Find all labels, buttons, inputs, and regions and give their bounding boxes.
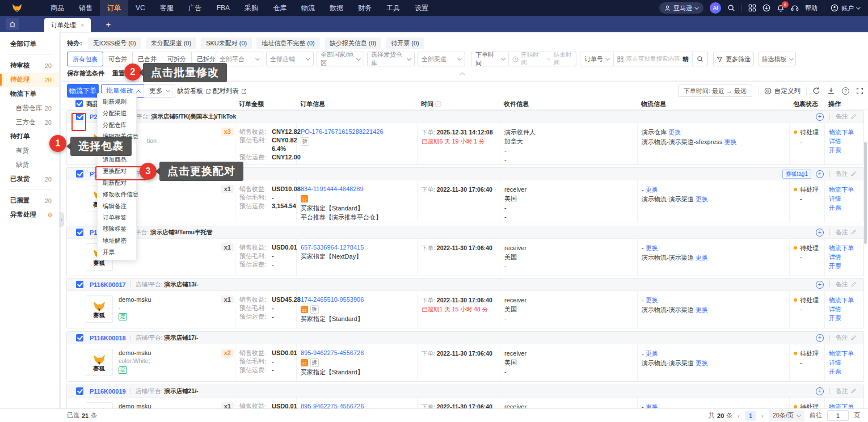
- notifications-bell-icon[interactable]: 6: [777, 4, 785, 12]
- remark-button[interactable]: 备注: [836, 112, 857, 121]
- shortage-board-link[interactable]: 缺货看板: [177, 87, 211, 95]
- logistics-order-button[interactable]: 物流下单: [67, 84, 99, 98]
- filter-select-全部渠道[interactable]: 全部渠道: [418, 52, 465, 66]
- order-number-link[interactable]: PO-176-17671615288221426: [301, 128, 420, 136]
- add-tag-button[interactable]: +: [816, 334, 824, 342]
- remark-button[interactable]: 备注: [836, 228, 857, 237]
- sidebar-item-三方仓[interactable]: 三方仓20: [0, 115, 59, 129]
- nav-item-客服[interactable]: 客服: [153, 0, 181, 16]
- platform-switcher[interactable]: 亚马逊: [659, 2, 703, 14]
- nav-item-仓库[interactable]: 仓库: [266, 0, 294, 16]
- change-link[interactable]: 更换: [646, 244, 658, 251]
- nav-item-工具[interactable]: 工具: [379, 0, 407, 16]
- reset-filter-button[interactable]: 重置: [112, 69, 125, 78]
- remark-button[interactable]: 备注: [836, 334, 857, 342]
- change-link[interactable]: 更换: [696, 306, 708, 313]
- search-field-select[interactable]: 订单号: [580, 55, 613, 64]
- goto-page-input[interactable]: 1: [827, 410, 849, 421]
- search-input[interactable]: 双击可批量搜索内容: [626, 55, 682, 63]
- row-checkbox[interactable]: [76, 113, 83, 120]
- row-checkbox[interactable]: [76, 170, 83, 178]
- change-link[interactable]: 更换: [724, 138, 736, 145]
- change-link[interactable]: 更换: [696, 196, 708, 202]
- remark-button[interactable]: 备注: [836, 170, 857, 178]
- sidebar-item-已搁置[interactable]: 已搁置20: [0, 193, 59, 208]
- todo-chip[interactable]: 缺少报关信息 (0): [325, 37, 382, 49]
- todo-chip[interactable]: 未分配渠道 (0): [146, 37, 197, 49]
- action-link-详情[interactable]: 详情: [829, 194, 862, 203]
- menu-item-分配渠道[interactable]: 分配渠道: [98, 107, 136, 119]
- action-link-物流下单[interactable]: 物流下单: [829, 243, 862, 252]
- menu-item-地址解密[interactable]: 地址解密: [98, 235, 136, 246]
- tab-order-processing[interactable]: 订单处理 ×: [44, 18, 91, 32]
- action-link-开票[interactable]: 开票: [829, 314, 862, 323]
- headset-support-icon[interactable]: [791, 4, 799, 12]
- nav-item-财务[interactable]: 财务: [351, 0, 379, 16]
- nav-item-采购[interactable]: 采购: [237, 0, 266, 16]
- help-link[interactable]: 帮助: [805, 4, 818, 12]
- package-id-link[interactable]: P116K00018: [90, 335, 126, 341]
- help-circle-icon[interactable]: ?: [842, 87, 849, 95]
- close-icon[interactable]: ×: [81, 22, 84, 28]
- todo-chip[interactable]: SKU未配对 (0): [201, 37, 252, 49]
- menu-item-订单标签[interactable]: 订单标签: [98, 212, 136, 223]
- next-page-button[interactable]: ›: [761, 412, 764, 419]
- action-link-详情[interactable]: 详情: [829, 252, 862, 261]
- add-tag-button[interactable]: +: [816, 281, 824, 289]
- sidebar-item-待审核[interactable]: 待审核20: [0, 58, 59, 73]
- change-link[interactable]: 更换: [646, 297, 658, 303]
- sidebar-item-已发货[interactable]: 已发货20: [0, 172, 59, 186]
- nav-item-广告[interactable]: 广告: [181, 0, 209, 16]
- action-link-物流下单[interactable]: 物流下单: [829, 296, 862, 305]
- menu-item-分配仓库[interactable]: 分配仓库: [98, 119, 136, 130]
- change-link[interactable]: 更换: [696, 254, 708, 261]
- refresh-icon[interactable]: [812, 87, 820, 95]
- menu-item-刷新规则[interactable]: 刷新规则: [98, 96, 136, 107]
- row-checkbox[interactable]: [76, 334, 83, 341]
- add-tag-button[interactable]: +: [816, 229, 824, 237]
- todo-chip[interactable]: 待开票 (0): [386, 37, 424, 49]
- action-link-开票[interactable]: 开票: [829, 367, 862, 376]
- import-icon[interactable]: [762, 4, 770, 12]
- apps-grid-icon[interactable]: [748, 4, 756, 12]
- package-id-link[interactable]: P116K00017: [90, 281, 126, 288]
- action-link-物流下单[interactable]: 物流下单: [829, 185, 862, 194]
- order-number-link[interactable]: 174-2465510-9553906: [301, 296, 420, 304]
- vertical-scrollbar-thumb[interactable]: [864, 142, 867, 244]
- menu-item-更换配对[interactable]: 更换配对: [98, 165, 136, 176]
- remark-button[interactable]: 备注: [836, 280, 857, 289]
- account-menu[interactable]: 账户: [831, 4, 860, 12]
- add-tag-button[interactable]: +: [816, 113, 824, 121]
- row-checkbox[interactable]: [76, 281, 83, 288]
- action-link-开票[interactable]: 开票: [829, 261, 862, 271]
- customize-columns-button[interactable]: 自定义列: [764, 87, 800, 95]
- search-icon[interactable]: [727, 4, 735, 12]
- precise-search-toggle[interactable]: 精: [682, 55, 689, 64]
- menu-item-编辑备注[interactable]: 编辑备注: [98, 200, 136, 212]
- page-size-select[interactable]: 20条/页: [769, 410, 804, 421]
- nav-item-设置[interactable]: 设置: [407, 0, 436, 16]
- sidebar-item-异常处理[interactable]: 异常处理0: [0, 208, 59, 222]
- filter-select-全部店铺[interactable]: 全部店铺: [266, 52, 314, 66]
- todo-chip[interactable]: 地址信息不完整 (0): [256, 37, 320, 49]
- row-checkbox[interactable]: [76, 229, 83, 236]
- nav-item-销售[interactable]: 销售: [71, 0, 100, 16]
- action-link-物流下单[interactable]: 物流下单: [829, 128, 862, 137]
- action-link-开票[interactable]: 开票: [829, 146, 862, 155]
- end-time-input[interactable]: 结束时间: [554, 51, 576, 67]
- sidebar-item-待处理[interactable]: 待处理20: [0, 73, 59, 87]
- sidebar-item-物流下单[interactable]: 物流下单: [0, 87, 59, 101]
- remark-button[interactable]: 备注: [836, 387, 857, 395]
- export-download-icon[interactable]: [827, 87, 835, 95]
- package-id-link[interactable]: P116K00019: [90, 388, 126, 395]
- action-link-详情[interactable]: 详情: [829, 137, 862, 146]
- menu-item-移除标签[interactable]: 移除标签: [98, 223, 136, 234]
- todo-chip[interactable]: 无IOSS税号 (0): [88, 37, 141, 49]
- order-number-link[interactable]: 657-5336964-1278415: [301, 243, 420, 252]
- sidebar-item-全部订单[interactable]: 全部订单: [0, 37, 59, 51]
- order-number-link[interactable]: 834-1191444-4848289: [301, 185, 420, 193]
- change-link[interactable]: 更换: [646, 350, 658, 357]
- pairing-list-link[interactable]: 配对列表: [213, 87, 247, 95]
- collapse-filter-chevron[interactable]: [460, 73, 465, 77]
- current-page-button[interactable]: 1: [745, 411, 756, 421]
